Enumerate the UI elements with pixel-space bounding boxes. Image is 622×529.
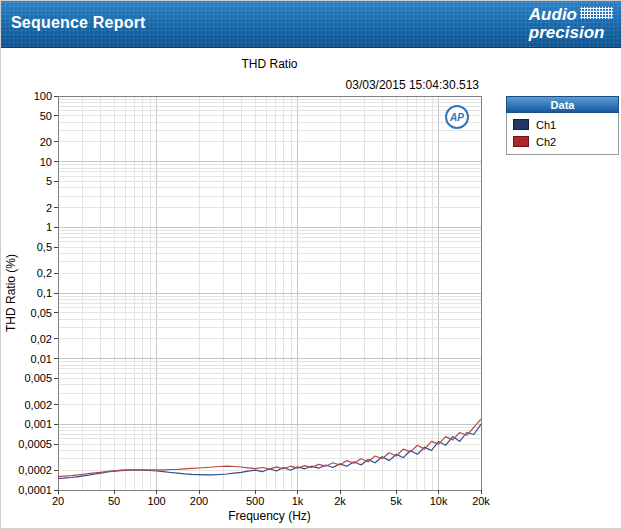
x-tick-label: 20k xyxy=(472,495,490,507)
y-tick-label: 0,002 xyxy=(24,399,52,411)
x-tick-label: 200 xyxy=(190,495,208,507)
x-tick-label: 1k xyxy=(292,495,304,507)
x-tick-label: 10k xyxy=(430,495,448,507)
sequence-report-window: Sequence Report Audio precision THD Rati… xyxy=(0,0,622,529)
y-tick-label: 2 xyxy=(46,202,52,214)
x-tick-label: 5k xyxy=(390,495,402,507)
legend-item-ch2: Ch2 xyxy=(513,133,612,150)
x-axis-label: Frequency (Hz) xyxy=(228,509,311,523)
x-tick-label: 100 xyxy=(147,495,165,507)
x-tick-label: 500 xyxy=(246,495,264,507)
legend-panel: Data Ch1 Ch2 xyxy=(506,96,619,155)
y-tick-label: 0,0002 xyxy=(18,464,52,476)
y-tick-label: 0,005 xyxy=(24,372,52,384)
logo-dot-matrix-icon xyxy=(580,7,613,19)
y-tick-label: 10 xyxy=(40,156,52,168)
y-tick-label: 0,0005 xyxy=(18,438,52,450)
y-tick-label: 0,02 xyxy=(31,333,52,345)
legend-swatch-ch2 xyxy=(513,136,529,147)
legend-header: Data xyxy=(506,96,619,113)
x-tick-label: 50 xyxy=(108,495,120,507)
y-tick-label: 1 xyxy=(46,221,52,233)
legend-swatch-ch1 xyxy=(513,119,529,130)
legend-label-ch2: Ch2 xyxy=(536,136,556,148)
legend-label-ch1: Ch1 xyxy=(536,119,556,131)
y-tick-label: 0,01 xyxy=(31,353,52,365)
logo-text-audio: Audio xyxy=(529,6,577,24)
report-title: Sequence Report xyxy=(11,14,146,32)
x-tick-label: 20 xyxy=(52,495,64,507)
y-tick-label: 100 xyxy=(34,90,52,102)
y-tick-label: 0,0001 xyxy=(18,484,52,496)
legend-item-ch1: Ch1 xyxy=(513,116,612,133)
y-tick-label: 0,5 xyxy=(37,241,52,253)
y-axis-label: THD Ratio (%) xyxy=(4,254,18,332)
thd-ratio-chart: 20501002005001k2k5k10k20k1005020105210,5… xyxy=(1,47,501,529)
legend-body: Ch1 Ch2 xyxy=(506,113,619,155)
y-tick-label: 0,2 xyxy=(37,267,52,279)
logo-text-precision: precision xyxy=(529,24,613,42)
ap-logo-icon: AP xyxy=(445,105,469,129)
x-tick-label: 2k xyxy=(334,495,346,507)
y-tick-label: 20 xyxy=(40,136,52,148)
y-tick-label: 5 xyxy=(46,175,52,187)
y-tick-label: 0,1 xyxy=(37,287,52,299)
header-banner: Sequence Report Audio precision xyxy=(1,1,621,48)
audio-precision-logo: Audio precision xyxy=(529,6,613,42)
y-tick-label: 50 xyxy=(40,110,52,122)
y-tick-label: 0,001 xyxy=(24,418,52,430)
y-tick-label: 0,05 xyxy=(31,307,52,319)
